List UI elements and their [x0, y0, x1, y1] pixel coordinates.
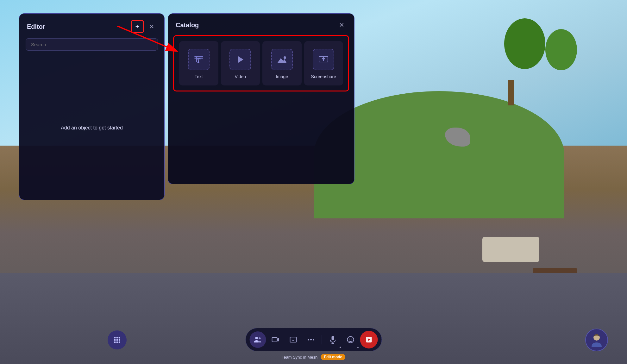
- catalog-items-highlighted: T Text Video: [173, 35, 349, 91]
- toolbar-record-button[interactable]: [360, 331, 378, 348]
- text-icon: T: [193, 54, 204, 65]
- editor-empty-text: Add an object to get started: [61, 125, 123, 131]
- emoji-icon: [346, 336, 354, 344]
- svg-rect-29: [331, 336, 334, 340]
- svg-point-27: [310, 339, 312, 341]
- grid-icon: [113, 336, 122, 344]
- video-icon: [235, 54, 246, 65]
- camera-icon: [271, 336, 279, 344]
- svg-point-34: [351, 339, 352, 340]
- catalog-items-grid: T Text Video: [175, 37, 347, 89]
- sync-status-text: Team Sync in Mesh: [282, 355, 317, 360]
- svg-rect-22: [272, 337, 277, 342]
- svg-point-16: [119, 339, 120, 341]
- toolbar-camera-button[interactable]: [267, 331, 284, 348]
- toolbar-more-button[interactable]: [303, 331, 319, 348]
- grid-launcher: [108, 330, 127, 349]
- editor-header-actions: + ✕: [131, 20, 157, 33]
- edit-mode-badge[interactable]: Edit mode: [321, 354, 345, 360]
- catalog-item-screenshare-label: Screenshare: [311, 74, 336, 79]
- image-icon: [276, 54, 288, 65]
- toolbar-container: ▲ ▲: [245, 328, 382, 351]
- text-icon-container: T: [188, 49, 210, 70]
- editor-panel: Editor + ✕ Add an object to get started: [19, 13, 165, 200]
- svg-rect-23: [290, 337, 296, 342]
- catalog-item-video-label: Video: [235, 74, 246, 79]
- emoji-chevron-icon: ▲: [357, 346, 359, 348]
- storage-icon: [289, 336, 297, 344]
- svg-marker-6: [238, 56, 243, 63]
- toolbar-storage-button[interactable]: [285, 331, 301, 348]
- tree-canopy-2: [545, 29, 577, 70]
- toolbar-mic-button[interactable]: [324, 331, 341, 348]
- catalog-title: Catalog: [176, 22, 199, 29]
- svg-rect-2: [194, 56, 203, 57]
- add-object-button[interactable]: +: [131, 20, 144, 33]
- grid-launcher-button[interactable]: [108, 330, 127, 349]
- editor-empty-state: Add an object to get started: [19, 56, 164, 200]
- catalog-panel: Catalog ✕ T Text: [168, 13, 354, 184]
- svg-point-11: [114, 337, 116, 339]
- emoji-group: ▲: [342, 331, 359, 348]
- toolbar-separator-1: [322, 335, 322, 344]
- toolbar-people-button[interactable]: [249, 331, 266, 348]
- catalog-item-image[interactable]: Image: [262, 41, 302, 85]
- avatar-button[interactable]: [585, 329, 608, 351]
- svg-marker-7: [278, 58, 286, 63]
- editor-title: Editor: [27, 23, 45, 30]
- screenshare-icon-container: [313, 49, 334, 70]
- svg-point-19: [119, 342, 120, 343]
- catalog-item-video[interactable]: Video: [221, 41, 260, 85]
- mic-group: ▲: [324, 331, 341, 348]
- people-icon: [254, 336, 262, 344]
- tree-canopy-1: [504, 18, 545, 69]
- more-icon: [307, 338, 315, 341]
- bottom-toolbar: ▲ ▲: [245, 328, 382, 351]
- record-icon: [365, 336, 373, 344]
- image-icon-container: [271, 49, 293, 70]
- svg-point-8: [284, 56, 286, 59]
- tree-trunk: [508, 80, 514, 105]
- editor-search-input[interactable]: [26, 38, 158, 51]
- svg-point-26: [308, 339, 309, 341]
- svg-point-28: [313, 339, 314, 341]
- avatar-container: [585, 329, 608, 351]
- video-icon-container: [229, 49, 251, 70]
- svg-point-12: [116, 337, 118, 339]
- catalog-close-button[interactable]: ✕: [336, 20, 347, 30]
- svg-text:T: T: [197, 58, 201, 64]
- svg-point-14: [114, 339, 116, 341]
- catalog-item-image-label: Image: [276, 74, 288, 79]
- editor-close-button[interactable]: ✕: [147, 22, 157, 32]
- svg-point-20: [255, 337, 258, 339]
- svg-point-13: [119, 337, 120, 339]
- svg-point-17: [114, 342, 116, 343]
- toolbar-emoji-button[interactable]: [342, 331, 359, 348]
- screenshare-icon: [318, 54, 329, 65]
- mic-icon: [329, 335, 336, 344]
- catalog-item-screenshare[interactable]: Screenshare: [304, 41, 343, 85]
- svg-point-15: [116, 339, 118, 341]
- svg-point-18: [116, 342, 118, 343]
- svg-point-33: [349, 339, 350, 340]
- sofa: [482, 237, 539, 262]
- mic-chevron-icon: ▲: [339, 346, 342, 348]
- catalog-header: Catalog ✕: [168, 14, 354, 35]
- avatar-icon: [588, 332, 605, 348]
- editor-search-container: [26, 38, 158, 51]
- status-bar: Team Sync in Mesh Edit mode: [282, 354, 345, 360]
- editor-header: Editor + ✕: [19, 14, 164, 33]
- catalog-item-text-label: Text: [195, 74, 203, 79]
- catalog-item-text[interactable]: T Text: [179, 41, 218, 85]
- svg-point-21: [259, 337, 260, 339]
